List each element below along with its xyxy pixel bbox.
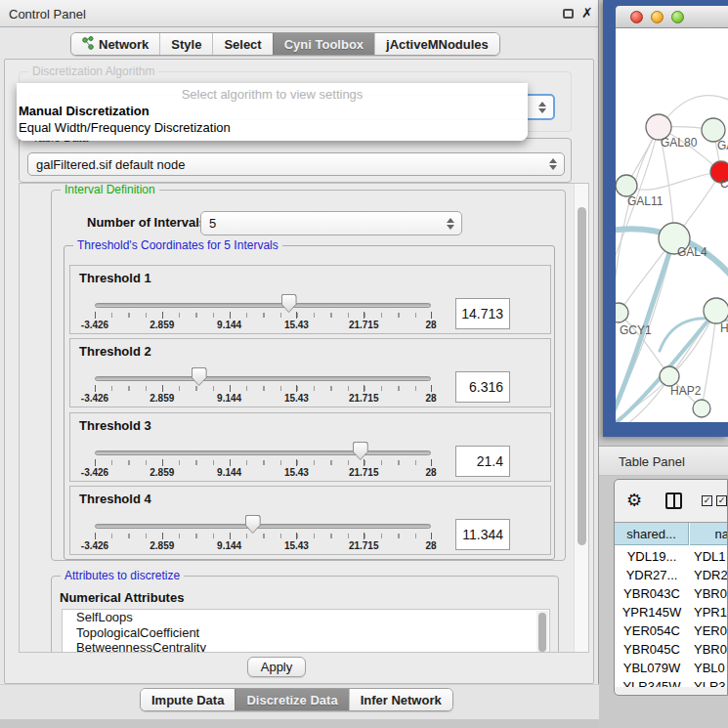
node-bottom[interactable] bbox=[693, 400, 710, 417]
table-row[interactable]: YLR345WYLR3 bbox=[615, 679, 728, 687]
table-panel-titlebar: Table Panel bbox=[599, 446, 728, 476]
zoom-button[interactable] bbox=[671, 11, 684, 23]
table-panel-window: ⚙ ✓ ✓ shared... na YDL19...YDL1 YDR27...… bbox=[614, 479, 728, 696]
number-of-intervals-combobox[interactable]: 5 bbox=[200, 211, 462, 236]
threshold-3-slider[interactable]: -3.426 2.859 9.144 15.43 21.715 28 bbox=[95, 413, 431, 483]
minor-ticks bbox=[95, 460, 432, 465]
table-panel-title: Table Panel bbox=[619, 454, 685, 469]
dropdown-item-equal-width-frequency[interactable]: Equal Width/Frequency Discretization bbox=[19, 120, 231, 135]
network-view-window: GAL80 GA C GAL11 GAL4 GCY1 H HAP2 bbox=[603, 0, 728, 437]
network-icon bbox=[82, 36, 94, 53]
gear-icon[interactable]: ⚙ bbox=[626, 492, 642, 509]
group-title: Threshold's Coordinates for 5 Intervals bbox=[73, 238, 282, 252]
threshold-4-value-field[interactable]: 11.344 bbox=[455, 519, 510, 550]
network-window-titlebar bbox=[616, 6, 728, 28]
control-panel-window: Control Panel ✗ Network Style Se bbox=[0, 0, 599, 719]
cyni-toolbox-panel: Discretization Algorithm Select algorith… bbox=[4, 59, 594, 684]
close-button[interactable] bbox=[630, 11, 643, 23]
algorithm-dropdown-popup: Select algorithm to view settings Manual… bbox=[17, 83, 528, 141]
slider-thumb[interactable] bbox=[281, 294, 297, 313]
interval-definition-group: Interval Definition Number of Intervals … bbox=[51, 190, 566, 561]
table-row[interactable]: YPR145WYPR1 bbox=[615, 605, 728, 623]
slider-track[interactable] bbox=[95, 303, 431, 308]
threshold-4-panel: Threshold 4 -3.426 2.859 9.144 15.43 bbox=[69, 486, 551, 555]
table-row[interactable]: YBL079WYBL0 bbox=[615, 661, 728, 679]
apply-button[interactable]: Apply bbox=[247, 657, 306, 677]
tab-infer-network[interactable]: Infer Network bbox=[349, 689, 452, 710]
table-row[interactable]: YDR27...YDR2 bbox=[615, 568, 728, 586]
threshold-2-value-field[interactable]: 6.316 bbox=[455, 371, 510, 403]
table-row[interactable]: YDL19...YDL1 bbox=[615, 549, 728, 568]
node-table: shared... na YDL19...YDL1 YDR27...YDR2 Y… bbox=[615, 522, 728, 687]
number-of-intervals-label: Number of Intervals bbox=[87, 215, 206, 230]
column-header-shared-name[interactable]: shared... bbox=[615, 523, 689, 545]
minimize-button[interactable] bbox=[651, 11, 664, 23]
float-window-icon[interactable] bbox=[563, 9, 574, 19]
numerical-attributes-label: Numerical Attributes bbox=[60, 590, 184, 605]
list-item[interactable]: TopologicalCoefficient bbox=[63, 625, 549, 641]
thresholds-group: Threshold's Coordinates for 5 Intervals … bbox=[64, 245, 555, 560]
threshold-2-slider[interactable]: -3.426 2.859 9.144 15.43 21.715 28 bbox=[95, 339, 431, 408]
node-gal11[interactable] bbox=[616, 175, 637, 196]
panel-title: Control Panel bbox=[9, 7, 86, 21]
tab-style[interactable]: Style bbox=[159, 33, 212, 55]
threshold-2-panel: Threshold 2 -3.426 2.859 9.144 15.43 bbox=[69, 338, 551, 407]
settings-scroll-pane: Interval Definition Number of Intervals … bbox=[19, 183, 589, 653]
list-scrollbar[interactable] bbox=[536, 611, 548, 653]
group-title: Attributes to discretize bbox=[61, 569, 184, 582]
tab-discretize-data[interactable]: Discretize Data bbox=[235, 689, 348, 710]
combo-arrows-icon bbox=[549, 158, 557, 170]
split-view-icon[interactable] bbox=[665, 492, 682, 509]
combo-arrows-icon bbox=[447, 218, 454, 230]
tab-impute-data[interactable]: Impute Data bbox=[141, 689, 235, 710]
checkbox-icon[interactable]: ✓ bbox=[716, 495, 727, 506]
slider-track[interactable] bbox=[95, 524, 431, 529]
control-panel-tabs: Network Style Select Cyni Toolbox jActiv… bbox=[70, 32, 500, 56]
list-item[interactable]: SelfLoops bbox=[63, 610, 549, 625]
threshold-1-slider[interactable]: -3.426 2.859 9.144 15.43 21.715 28 bbox=[95, 266, 431, 335]
checkbox-icon[interactable]: ✓ bbox=[702, 495, 712, 506]
tab-network[interactable]: Network bbox=[71, 33, 159, 55]
column-header-name[interactable]: na bbox=[690, 523, 728, 545]
threshold-3-value-field[interactable]: 21.4 bbox=[455, 446, 510, 477]
dropdown-hint: Select algorithm to view settings bbox=[17, 87, 528, 102]
numerical-attributes-list: SelfLoops TopologicalCoefficient Between… bbox=[62, 609, 550, 653]
slider-thumb[interactable] bbox=[245, 515, 261, 534]
minor-ticks bbox=[95, 534, 432, 538]
tab-jactivemnodules[interactable]: jActiveMNodules bbox=[374, 33, 499, 55]
node-label: GAL4 bbox=[677, 245, 707, 259]
minor-ticks bbox=[95, 386, 432, 391]
table-row[interactable]: YBR045CYBR0 bbox=[615, 642, 728, 661]
node-label: GAL11 bbox=[627, 194, 663, 208]
node-gcy1[interactable] bbox=[616, 303, 628, 322]
table-row[interactable]: YER054CYER0 bbox=[615, 623, 728, 642]
table-row[interactable]: YBR043CYBR0 bbox=[615, 586, 728, 605]
list-item[interactable]: BetweennessCentrality bbox=[63, 640, 549, 653]
attributes-to-discretize-group: Attributes to discretize Numerical Attri… bbox=[51, 576, 559, 653]
minor-ticks bbox=[95, 313, 432, 318]
right-region: GAL80 GA C GAL11 GAL4 GCY1 H HAP2 Table … bbox=[599, 0, 728, 728]
threshold-4-slider[interactable]: -3.426 2.859 9.144 15.43 21.715 28 bbox=[95, 487, 431, 556]
node-hap2[interactable] bbox=[660, 366, 679, 386]
table-data-combobox[interactable]: galFiltered.sif default node bbox=[27, 152, 565, 176]
control-panel-titlebar: Control Panel ✗ bbox=[0, 0, 598, 27]
slider-thumb[interactable] bbox=[192, 367, 207, 386]
slider-track[interactable] bbox=[95, 450, 431, 455]
tab-select[interactable]: Select bbox=[212, 33, 272, 55]
dropdown-item-manual-discretization[interactable]: Manual Discretization bbox=[19, 104, 150, 118]
node-label: C bbox=[720, 177, 728, 191]
tab-cyni-toolbox[interactable]: Cyni Toolbox bbox=[273, 33, 374, 55]
group-title: Interval Definition bbox=[61, 183, 159, 196]
threshold-1-panel: Threshold 1 -3.426 2.859 9.144 15.43 bbox=[69, 265, 551, 334]
close-icon[interactable]: ✗ bbox=[581, 5, 593, 21]
scrollbar-thumb[interactable] bbox=[578, 207, 586, 545]
combo-arrows-icon bbox=[538, 102, 546, 113]
slider-thumb[interactable] bbox=[353, 442, 368, 460]
threshold-1-value-field[interactable]: 14.713 bbox=[455, 298, 510, 329]
vertical-scrollbar[interactable] bbox=[574, 184, 588, 652]
network-canvas[interactable]: GAL80 GA C GAL11 GAL4 GCY1 H HAP2 bbox=[616, 28, 728, 422]
slider-track[interactable] bbox=[95, 376, 431, 381]
node-h[interactable] bbox=[704, 298, 728, 323]
node-label: HAP2 bbox=[670, 384, 701, 398]
group-title: Discretization Algorithm bbox=[28, 64, 158, 78]
